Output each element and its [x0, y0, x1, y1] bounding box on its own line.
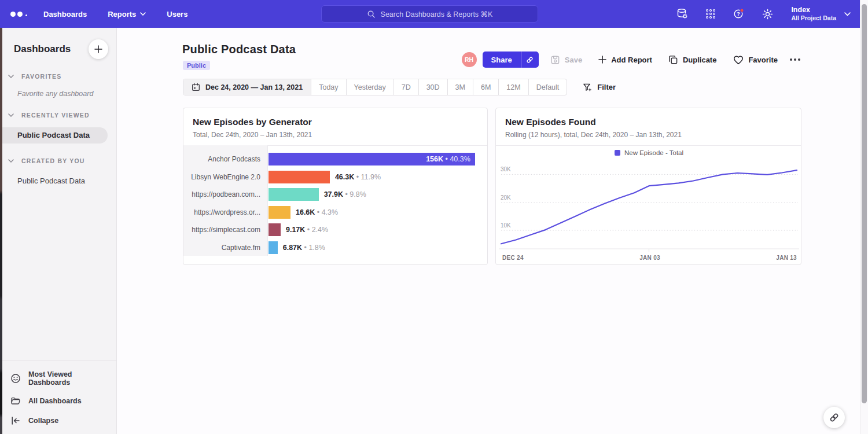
background-window-edge: [0, 28, 2, 434]
nav-item-label: Dashboards: [43, 10, 87, 19]
report-card-new-episodes-by-generator[interactable]: New Episodes by Generator Total, Dec 24t…: [183, 108, 488, 265]
x-tick-label: DEC 24: [502, 255, 524, 261]
bar-track: 37.9K • 9.8%: [268, 188, 487, 201]
date-preset-12m[interactable]: 12M: [498, 79, 528, 95]
floating-link-button[interactable]: [823, 407, 845, 428]
collapse-icon: [10, 415, 21, 426]
date-range-button[interactable]: Dec 24, 2020 — Jan 13, 2021: [183, 79, 311, 95]
bar-value-label: 37.9K • 9.8%: [324, 190, 366, 198]
sidebar-section-header-recently-viewed[interactable]: RECENTLY VIEWED: [0, 112, 116, 119]
bar-row: Captivate.fm6.87K • 1.8%: [183, 239, 487, 257]
sidebar-section-header-favorites[interactable]: FAVORITES: [0, 73, 116, 80]
bar-track: 6.87K • 1.8%: [268, 241, 487, 254]
nav-item-reports[interactable]: Reports: [108, 10, 146, 19]
sidebar-section: FAVORITESFavorite any dashboard: [0, 73, 116, 98]
apps-grid-icon[interactable]: [704, 7, 718, 21]
x-tick-label: JAN 13: [776, 255, 797, 261]
project-switcher[interactable]: Index All Project Data: [791, 6, 851, 22]
search-icon: [367, 10, 376, 19]
y-tick-label: 10K: [501, 222, 511, 229]
bar-value-label: 9.17K • 2.4%: [286, 226, 328, 234]
nav-item-users[interactable]: Users: [167, 10, 187, 19]
action-bar: RH Share Save Add Report Duplicate Favor…: [462, 52, 800, 68]
visibility-badge: Public: [183, 61, 210, 70]
bar-category-label: Captivate.fm: [183, 244, 268, 252]
date-preset-30d[interactable]: 30D: [418, 79, 447, 95]
svg-text:?: ?: [737, 10, 740, 17]
main-content: Public Podcast Data Public RH Share Save…: [117, 28, 860, 434]
nav-item-label: Users: [167, 10, 187, 19]
bar-anchor-podcasts[interactable]: 156K • 40.3%: [269, 153, 475, 165]
date-preset-7d[interactable]: 7D: [393, 79, 418, 95]
chevron-down-icon: [844, 12, 851, 16]
bar-captivate-fm[interactable]: [269, 241, 278, 254]
date-preset-6m[interactable]: 6M: [473, 79, 498, 95]
favorite-button[interactable]: Favorite: [733, 55, 778, 65]
project-name: Index: [791, 6, 836, 14]
add-report-button[interactable]: Add Report: [598, 56, 652, 64]
filter-label: Filter: [597, 83, 616, 91]
save-icon: [550, 55, 560, 65]
sidebar-section-label: FAVORITES: [21, 73, 62, 80]
link-icon: [829, 412, 840, 423]
new-dashboard-button[interactable]: [89, 39, 108, 59]
bar-category-label: https://podbean.com...: [183, 190, 268, 198]
link-icon: [525, 56, 534, 64]
share-link-button[interactable]: [521, 52, 539, 68]
sidebar-item-most-viewed[interactable]: Most Viewed Dashboards: [0, 366, 116, 391]
save-button[interactable]: Save: [550, 55, 582, 65]
settings-gear-icon[interactable]: [760, 7, 774, 21]
date-preset-yesterday[interactable]: Yesterday: [346, 79, 393, 95]
sidebar-footer-label: Collapse: [28, 417, 58, 425]
date-preset-today[interactable]: Today: [311, 79, 345, 95]
bar-track: 9.17K • 2.4%: [268, 223, 487, 236]
sidebar-collapse-button[interactable]: Collapse: [0, 411, 116, 431]
scrollbar-thumb[interactable]: [862, 4, 867, 403]
sidebar-item-all-dashboards[interactable]: All Dashboards: [0, 391, 116, 411]
main-menu: Dashboards Reports Users: [43, 10, 187, 19]
sidebar-item-public-podcast-data[interactable]: Public Podcast Data: [0, 173, 108, 189]
data-sources-icon[interactable]: [675, 7, 689, 21]
nav-item-dashboards[interactable]: Dashboards: [43, 10, 87, 19]
help-icon[interactable]: ?: [732, 7, 746, 21]
nav-item-label: Reports: [108, 10, 136, 19]
plus-icon: [598, 56, 606, 64]
line-chart-svg: 10K20K30K: [499, 161, 799, 252]
bar-track: 156K • 40.3%: [268, 153, 487, 165]
legend-label: New Episode - Total: [624, 149, 683, 156]
plus-icon: [94, 45, 102, 53]
sidebar-section-header-created-by-you[interactable]: CREATED BY YOU: [0, 157, 116, 164]
date-preset-default[interactable]: Default: [528, 79, 567, 95]
sidebar-section: CREATED BY YOUPublic Podcast Data: [0, 157, 116, 189]
line-series-new-episode-total[interactable]: [501, 170, 797, 244]
app-logo[interactable]: [10, 12, 27, 17]
bar-https-podbean-com-[interactable]: [269, 188, 319, 201]
bar-value-label: 16.6K • 4.3%: [296, 208, 338, 216]
date-preset-3m[interactable]: 3M: [447, 79, 473, 95]
funnel-plus-icon: [583, 83, 592, 92]
sidebar-section-label: RECENTLY VIEWED: [21, 112, 90, 119]
share-button[interactable]: Share: [483, 52, 521, 68]
heart-icon: [733, 55, 744, 65]
bar-https-simplecast-com[interactable]: [269, 223, 281, 236]
page-title: Public Podcast Data: [182, 43, 296, 56]
more-options-button[interactable]: [790, 58, 800, 61]
report-card-new-episodes-found[interactable]: New Episodes Found Rolling (12 hours), t…: [495, 108, 801, 265]
save-label: Save: [565, 56, 582, 64]
page-scrollbar[interactable]: [860, 0, 868, 434]
sidebar: Dashboards FAVORITESFavorite any dashboa…: [0, 28, 117, 434]
bar-https-wordpress-or-[interactable]: [269, 206, 290, 219]
y-tick-label: 30K: [501, 166, 511, 172]
sidebar-item-public-podcast-data[interactable]: Public Podcast Data: [0, 127, 108, 144]
bar-value-label: 156K • 40.3%: [426, 155, 470, 163]
project-subtitle: All Project Data: [791, 14, 836, 22]
bar-row: Libsyn WebEngine 2.046.3K • 11.9%: [183, 168, 487, 186]
filter-button[interactable]: Filter: [583, 83, 616, 92]
date-range-control: Dec 24, 2020 — Jan 13, 2021 TodayYesterd…: [183, 79, 567, 95]
duplicate-button[interactable]: Duplicate: [668, 55, 717, 65]
avatar[interactable]: RH: [462, 52, 477, 67]
bar-libsyn-webengine-2-0[interactable]: [269, 171, 330, 183]
search-placeholder: Search Dashboards & Reports ⌘K: [381, 10, 493, 19]
search-input[interactable]: Search Dashboards & Reports ⌘K: [321, 5, 538, 23]
favorite-label: Favorite: [748, 56, 778, 64]
